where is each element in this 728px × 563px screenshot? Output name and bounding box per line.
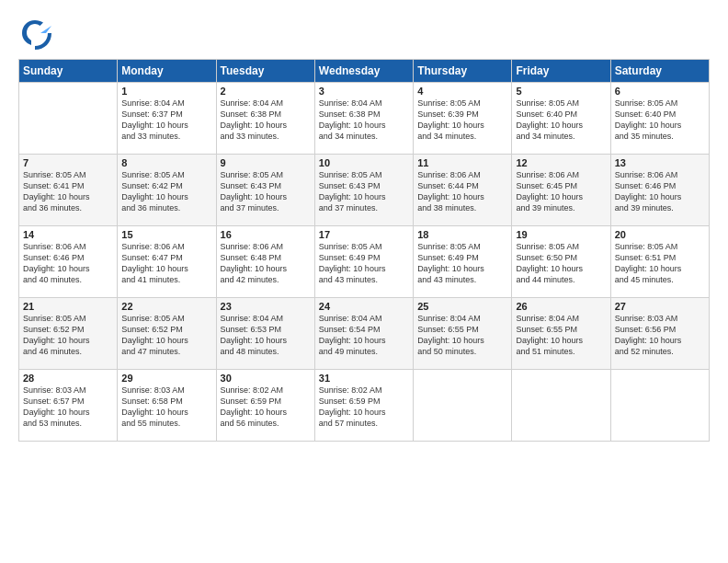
day-number: 12 xyxy=(516,157,606,168)
day-info: Sunrise: 8:05 AM Sunset: 6:51 PM Dayligh… xyxy=(615,241,705,286)
day-number: 30 xyxy=(221,373,311,384)
day-number: 17 xyxy=(319,229,409,240)
calendar-cell: 21Sunrise: 8:05 AM Sunset: 6:52 PM Dayli… xyxy=(19,298,118,370)
calendar-cell: 22Sunrise: 8:05 AM Sunset: 6:52 PM Dayli… xyxy=(118,298,216,370)
day-info: Sunrise: 8:04 AM Sunset: 6:53 PM Dayligh… xyxy=(221,313,311,358)
day-info: Sunrise: 8:05 AM Sunset: 6:40 PM Dayligh… xyxy=(516,98,606,143)
calendar-cell: 14Sunrise: 8:06 AM Sunset: 6:46 PM Dayli… xyxy=(19,226,118,298)
day-info: Sunrise: 8:05 AM Sunset: 6:43 PM Dayligh… xyxy=(319,169,409,214)
calendar-cell: 26Sunrise: 8:04 AM Sunset: 6:55 PM Dayli… xyxy=(512,298,610,370)
calendar-cell xyxy=(512,370,610,442)
calendar-cell: 3Sunrise: 8:04 AM Sunset: 6:38 PM Daylig… xyxy=(314,83,413,155)
calendar-table: SundayMondayTuesdayWednesdayThursdayFrid… xyxy=(18,59,710,442)
day-info: Sunrise: 8:05 AM Sunset: 6:49 PM Dayligh… xyxy=(417,241,507,286)
day-info: Sunrise: 8:04 AM Sunset: 6:55 PM Dayligh… xyxy=(516,313,606,358)
calendar-cell: 5Sunrise: 8:05 AM Sunset: 6:40 PM Daylig… xyxy=(512,83,610,155)
calendar-cell: 16Sunrise: 8:06 AM Sunset: 6:48 PM Dayli… xyxy=(216,226,314,298)
week-row-1: 1Sunrise: 8:04 AM Sunset: 6:37 PM Daylig… xyxy=(19,83,710,155)
day-number: 10 xyxy=(319,157,409,168)
day-number: 7 xyxy=(23,157,113,168)
day-number: 16 xyxy=(221,229,311,240)
day-number: 29 xyxy=(121,373,211,384)
calendar-cell: 6Sunrise: 8:05 AM Sunset: 6:40 PM Daylig… xyxy=(610,83,709,155)
day-number: 13 xyxy=(615,157,705,168)
day-number: 25 xyxy=(417,301,507,312)
calendar-cell: 8Sunrise: 8:05 AM Sunset: 6:42 PM Daylig… xyxy=(118,155,216,226)
calendar-cell: 15Sunrise: 8:06 AM Sunset: 6:47 PM Dayli… xyxy=(118,226,216,298)
day-number: 4 xyxy=(417,86,507,97)
day-info: Sunrise: 8:04 AM Sunset: 6:54 PM Dayligh… xyxy=(319,313,409,358)
calendar-cell: 17Sunrise: 8:05 AM Sunset: 6:49 PM Dayli… xyxy=(314,226,413,298)
weekday-header-sunday: Sunday xyxy=(19,60,118,83)
day-number: 14 xyxy=(23,229,113,240)
day-info: Sunrise: 8:05 AM Sunset: 6:40 PM Dayligh… xyxy=(615,98,705,143)
calendar-cell: 11Sunrise: 8:06 AM Sunset: 6:44 PM Dayli… xyxy=(414,155,512,226)
weekday-header-friday: Friday xyxy=(512,60,610,83)
day-number: 18 xyxy=(417,229,507,240)
calendar-cell xyxy=(414,370,512,442)
calendar-cell: 13Sunrise: 8:06 AM Sunset: 6:46 PM Dayli… xyxy=(610,155,709,226)
day-number: 22 xyxy=(121,301,211,312)
day-info: Sunrise: 8:05 AM Sunset: 6:42 PM Dayligh… xyxy=(121,169,211,214)
day-number: 24 xyxy=(319,301,409,312)
calendar-cell: 20Sunrise: 8:05 AM Sunset: 6:51 PM Dayli… xyxy=(610,226,709,298)
day-number: 26 xyxy=(516,301,606,312)
day-info: Sunrise: 8:05 AM Sunset: 6:49 PM Dayligh… xyxy=(319,241,409,286)
week-row-5: 28Sunrise: 8:03 AM Sunset: 6:57 PM Dayli… xyxy=(19,370,710,442)
calendar-cell: 7Sunrise: 8:05 AM Sunset: 6:41 PM Daylig… xyxy=(19,155,118,226)
day-number: 21 xyxy=(23,301,113,312)
day-info: Sunrise: 8:06 AM Sunset: 6:44 PM Dayligh… xyxy=(417,169,507,214)
calendar-cell: 24Sunrise: 8:04 AM Sunset: 6:54 PM Dayli… xyxy=(314,298,413,370)
day-number: 5 xyxy=(516,86,606,97)
day-number: 8 xyxy=(121,157,211,168)
day-info: Sunrise: 8:04 AM Sunset: 6:55 PM Dayligh… xyxy=(417,313,507,358)
day-info: Sunrise: 8:03 AM Sunset: 6:56 PM Dayligh… xyxy=(615,313,705,358)
day-info: Sunrise: 8:05 AM Sunset: 6:50 PM Dayligh… xyxy=(516,241,606,286)
day-number: 31 xyxy=(319,373,409,384)
weekday-header-thursday: Thursday xyxy=(414,60,512,83)
day-info: Sunrise: 8:05 AM Sunset: 6:39 PM Dayligh… xyxy=(417,98,507,143)
day-info: Sunrise: 8:05 AM Sunset: 6:41 PM Dayligh… xyxy=(23,169,113,214)
day-info: Sunrise: 8:05 AM Sunset: 6:52 PM Dayligh… xyxy=(121,313,211,358)
weekday-header-wednesday: Wednesday xyxy=(314,60,413,83)
day-info: Sunrise: 8:02 AM Sunset: 6:59 PM Dayligh… xyxy=(221,385,311,430)
calendar-cell: 10Sunrise: 8:05 AM Sunset: 6:43 PM Dayli… xyxy=(314,155,413,226)
day-number: 19 xyxy=(516,229,606,240)
day-number: 20 xyxy=(615,229,705,240)
calendar-cell: 28Sunrise: 8:03 AM Sunset: 6:57 PM Dayli… xyxy=(19,370,118,442)
day-info: Sunrise: 8:02 AM Sunset: 6:59 PM Dayligh… xyxy=(319,385,409,430)
week-row-4: 21Sunrise: 8:05 AM Sunset: 6:52 PM Dayli… xyxy=(19,298,710,370)
day-info: Sunrise: 8:06 AM Sunset: 6:46 PM Dayligh… xyxy=(23,241,113,286)
logo-icon xyxy=(18,17,51,50)
day-info: Sunrise: 8:05 AM Sunset: 6:43 PM Dayligh… xyxy=(221,169,311,214)
weekday-header-row: SundayMondayTuesdayWednesdayThursdayFrid… xyxy=(19,60,710,83)
header xyxy=(18,17,710,50)
day-info: Sunrise: 8:05 AM Sunset: 6:52 PM Dayligh… xyxy=(23,313,113,358)
day-number: 9 xyxy=(221,157,311,168)
calendar-cell: 29Sunrise: 8:03 AM Sunset: 6:58 PM Dayli… xyxy=(118,370,216,442)
week-row-2: 7Sunrise: 8:05 AM Sunset: 6:41 PM Daylig… xyxy=(19,155,710,226)
day-info: Sunrise: 8:04 AM Sunset: 6:37 PM Dayligh… xyxy=(121,98,211,143)
calendar-cell: 18Sunrise: 8:05 AM Sunset: 6:49 PM Dayli… xyxy=(414,226,512,298)
day-number: 3 xyxy=(319,86,409,97)
day-info: Sunrise: 8:03 AM Sunset: 6:57 PM Dayligh… xyxy=(23,385,113,430)
calendar-cell: 27Sunrise: 8:03 AM Sunset: 6:56 PM Dayli… xyxy=(610,298,709,370)
day-number: 1 xyxy=(121,86,211,97)
day-number: 6 xyxy=(615,86,705,97)
day-info: Sunrise: 8:06 AM Sunset: 6:47 PM Dayligh… xyxy=(121,241,211,286)
day-info: Sunrise: 8:03 AM Sunset: 6:58 PM Dayligh… xyxy=(121,385,211,430)
day-number: 28 xyxy=(23,373,113,384)
calendar-cell xyxy=(610,370,709,442)
calendar-cell: 4Sunrise: 8:05 AM Sunset: 6:39 PM Daylig… xyxy=(414,83,512,155)
logo xyxy=(18,17,55,50)
weekday-header-saturday: Saturday xyxy=(610,60,709,83)
calendar-cell: 12Sunrise: 8:06 AM Sunset: 6:45 PM Dayli… xyxy=(512,155,610,226)
day-info: Sunrise: 8:04 AM Sunset: 6:38 PM Dayligh… xyxy=(221,98,311,143)
day-info: Sunrise: 8:06 AM Sunset: 6:48 PM Dayligh… xyxy=(221,241,311,286)
day-number: 11 xyxy=(417,157,507,168)
day-number: 2 xyxy=(221,86,311,97)
day-number: 23 xyxy=(221,301,311,312)
page: SundayMondayTuesdayWednesdayThursdayFrid… xyxy=(0,0,728,451)
calendar-cell: 2Sunrise: 8:04 AM Sunset: 6:38 PM Daylig… xyxy=(216,83,314,155)
calendar-cell: 9Sunrise: 8:05 AM Sunset: 6:43 PM Daylig… xyxy=(216,155,314,226)
